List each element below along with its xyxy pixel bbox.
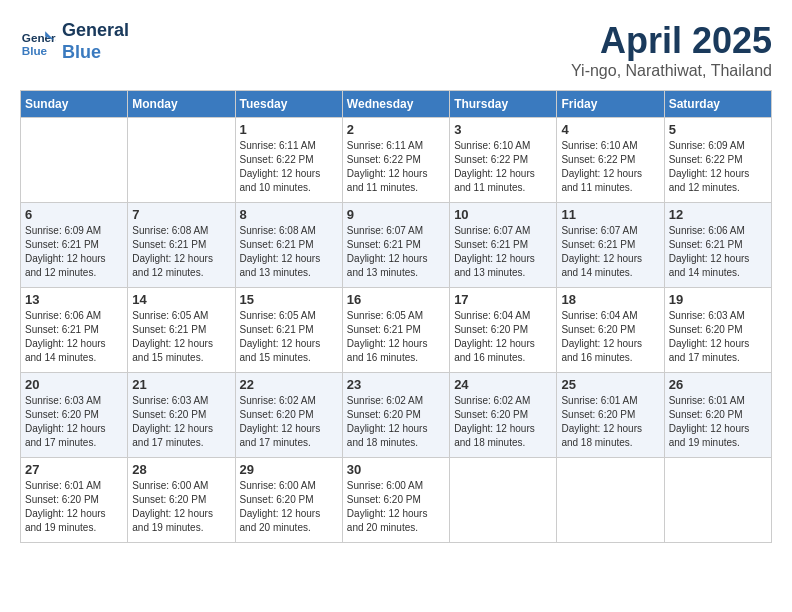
day-info: Sunrise: 6:03 AM Sunset: 6:20 PM Dayligh… (669, 309, 767, 365)
month-title: April 2025 (571, 20, 772, 62)
logo-text-line2: Blue (62, 42, 129, 64)
day-info: Sunrise: 6:08 AM Sunset: 6:21 PM Dayligh… (240, 224, 338, 280)
calendar-cell: 23Sunrise: 6:02 AM Sunset: 6:20 PM Dayli… (342, 373, 449, 458)
calendar-cell: 6Sunrise: 6:09 AM Sunset: 6:21 PM Daylig… (21, 203, 128, 288)
svg-text:Blue: Blue (22, 43, 48, 56)
calendar-cell: 27Sunrise: 6:01 AM Sunset: 6:20 PM Dayli… (21, 458, 128, 543)
day-info: Sunrise: 6:07 AM Sunset: 6:21 PM Dayligh… (561, 224, 659, 280)
day-info: Sunrise: 6:03 AM Sunset: 6:20 PM Dayligh… (25, 394, 123, 450)
day-number: 11 (561, 207, 659, 222)
day-number: 2 (347, 122, 445, 137)
weekday-header-wednesday: Wednesday (342, 91, 449, 118)
day-info: Sunrise: 6:01 AM Sunset: 6:20 PM Dayligh… (25, 479, 123, 535)
title-block: April 2025 Yi-ngo, Narathiwat, Thailand (571, 20, 772, 80)
calendar-cell: 25Sunrise: 6:01 AM Sunset: 6:20 PM Dayli… (557, 373, 664, 458)
day-number: 12 (669, 207, 767, 222)
day-info: Sunrise: 6:04 AM Sunset: 6:20 PM Dayligh… (454, 309, 552, 365)
calendar-cell: 12Sunrise: 6:06 AM Sunset: 6:21 PM Dayli… (664, 203, 771, 288)
weekday-header-thursday: Thursday (450, 91, 557, 118)
day-number: 25 (561, 377, 659, 392)
day-info: Sunrise: 6:09 AM Sunset: 6:21 PM Dayligh… (25, 224, 123, 280)
calendar-week-2: 6Sunrise: 6:09 AM Sunset: 6:21 PM Daylig… (21, 203, 772, 288)
calendar-cell: 20Sunrise: 6:03 AM Sunset: 6:20 PM Dayli… (21, 373, 128, 458)
weekday-header-friday: Friday (557, 91, 664, 118)
calendar-cell (450, 458, 557, 543)
day-number: 29 (240, 462, 338, 477)
calendar-cell: 22Sunrise: 6:02 AM Sunset: 6:20 PM Dayli… (235, 373, 342, 458)
page-header: General Blue General Blue April 2025 Yi-… (20, 20, 772, 80)
day-info: Sunrise: 6:06 AM Sunset: 6:21 PM Dayligh… (25, 309, 123, 365)
calendar-cell: 19Sunrise: 6:03 AM Sunset: 6:20 PM Dayli… (664, 288, 771, 373)
calendar-cell: 24Sunrise: 6:02 AM Sunset: 6:20 PM Dayli… (450, 373, 557, 458)
day-number: 15 (240, 292, 338, 307)
day-number: 7 (132, 207, 230, 222)
calendar-cell: 13Sunrise: 6:06 AM Sunset: 6:21 PM Dayli… (21, 288, 128, 373)
day-number: 6 (25, 207, 123, 222)
weekday-header-sunday: Sunday (21, 91, 128, 118)
calendar-cell: 17Sunrise: 6:04 AM Sunset: 6:20 PM Dayli… (450, 288, 557, 373)
day-number: 21 (132, 377, 230, 392)
day-info: Sunrise: 6:08 AM Sunset: 6:21 PM Dayligh… (132, 224, 230, 280)
logo: General Blue General Blue (20, 20, 129, 63)
calendar-cell: 30Sunrise: 6:00 AM Sunset: 6:20 PM Dayli… (342, 458, 449, 543)
calendar-cell (128, 118, 235, 203)
day-number: 30 (347, 462, 445, 477)
calendar-cell: 15Sunrise: 6:05 AM Sunset: 6:21 PM Dayli… (235, 288, 342, 373)
calendar-cell: 2Sunrise: 6:11 AM Sunset: 6:22 PM Daylig… (342, 118, 449, 203)
day-number: 5 (669, 122, 767, 137)
calendar-cell: 16Sunrise: 6:05 AM Sunset: 6:21 PM Dayli… (342, 288, 449, 373)
calendar-cell: 26Sunrise: 6:01 AM Sunset: 6:20 PM Dayli… (664, 373, 771, 458)
logo-text-line1: General (62, 20, 129, 42)
calendar-cell: 3Sunrise: 6:10 AM Sunset: 6:22 PM Daylig… (450, 118, 557, 203)
calendar-week-3: 13Sunrise: 6:06 AM Sunset: 6:21 PM Dayli… (21, 288, 772, 373)
day-number: 17 (454, 292, 552, 307)
calendar-cell: 4Sunrise: 6:10 AM Sunset: 6:22 PM Daylig… (557, 118, 664, 203)
weekday-header-saturday: Saturday (664, 91, 771, 118)
day-number: 23 (347, 377, 445, 392)
day-number: 27 (25, 462, 123, 477)
calendar-cell: 7Sunrise: 6:08 AM Sunset: 6:21 PM Daylig… (128, 203, 235, 288)
day-info: Sunrise: 6:10 AM Sunset: 6:22 PM Dayligh… (454, 139, 552, 195)
calendar-table: SundayMondayTuesdayWednesdayThursdayFrid… (20, 90, 772, 543)
day-number: 14 (132, 292, 230, 307)
day-info: Sunrise: 6:05 AM Sunset: 6:21 PM Dayligh… (347, 309, 445, 365)
day-number: 18 (561, 292, 659, 307)
day-info: Sunrise: 6:00 AM Sunset: 6:20 PM Dayligh… (347, 479, 445, 535)
calendar-cell: 1Sunrise: 6:11 AM Sunset: 6:22 PM Daylig… (235, 118, 342, 203)
day-number: 22 (240, 377, 338, 392)
day-info: Sunrise: 6:11 AM Sunset: 6:22 PM Dayligh… (240, 139, 338, 195)
calendar-cell: 14Sunrise: 6:05 AM Sunset: 6:21 PM Dayli… (128, 288, 235, 373)
day-info: Sunrise: 6:09 AM Sunset: 6:22 PM Dayligh… (669, 139, 767, 195)
logo-icon: General Blue (20, 24, 56, 60)
day-number: 24 (454, 377, 552, 392)
day-number: 9 (347, 207, 445, 222)
calendar-cell: 5Sunrise: 6:09 AM Sunset: 6:22 PM Daylig… (664, 118, 771, 203)
day-number: 4 (561, 122, 659, 137)
day-number: 3 (454, 122, 552, 137)
day-number: 16 (347, 292, 445, 307)
calendar-cell: 29Sunrise: 6:00 AM Sunset: 6:20 PM Dayli… (235, 458, 342, 543)
calendar-cell: 21Sunrise: 6:03 AM Sunset: 6:20 PM Dayli… (128, 373, 235, 458)
day-info: Sunrise: 6:03 AM Sunset: 6:20 PM Dayligh… (132, 394, 230, 450)
day-info: Sunrise: 6:11 AM Sunset: 6:22 PM Dayligh… (347, 139, 445, 195)
day-info: Sunrise: 6:02 AM Sunset: 6:20 PM Dayligh… (454, 394, 552, 450)
day-number: 1 (240, 122, 338, 137)
calendar-cell: 8Sunrise: 6:08 AM Sunset: 6:21 PM Daylig… (235, 203, 342, 288)
day-info: Sunrise: 6:04 AM Sunset: 6:20 PM Dayligh… (561, 309, 659, 365)
calendar-week-5: 27Sunrise: 6:01 AM Sunset: 6:20 PM Dayli… (21, 458, 772, 543)
calendar-cell: 11Sunrise: 6:07 AM Sunset: 6:21 PM Dayli… (557, 203, 664, 288)
day-info: Sunrise: 6:01 AM Sunset: 6:20 PM Dayligh… (669, 394, 767, 450)
day-info: Sunrise: 6:01 AM Sunset: 6:20 PM Dayligh… (561, 394, 659, 450)
day-info: Sunrise: 6:07 AM Sunset: 6:21 PM Dayligh… (347, 224, 445, 280)
weekday-header-tuesday: Tuesday (235, 91, 342, 118)
day-number: 8 (240, 207, 338, 222)
day-number: 13 (25, 292, 123, 307)
day-info: Sunrise: 6:02 AM Sunset: 6:20 PM Dayligh… (347, 394, 445, 450)
calendar-cell: 28Sunrise: 6:00 AM Sunset: 6:20 PM Dayli… (128, 458, 235, 543)
day-number: 28 (132, 462, 230, 477)
day-info: Sunrise: 6:05 AM Sunset: 6:21 PM Dayligh… (240, 309, 338, 365)
weekday-header-monday: Monday (128, 91, 235, 118)
calendar-cell (664, 458, 771, 543)
day-number: 26 (669, 377, 767, 392)
calendar-cell: 10Sunrise: 6:07 AM Sunset: 6:21 PM Dayli… (450, 203, 557, 288)
